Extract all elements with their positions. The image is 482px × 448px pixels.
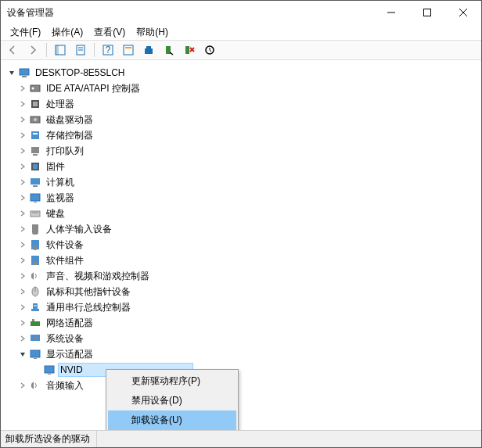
tree-item-label: 网络适配器 — [45, 316, 95, 331]
chevron-right-icon[interactable] — [18, 146, 27, 156]
chevron-right-icon[interactable] — [18, 224, 27, 234]
properties-button[interactable] — [72, 41, 89, 59]
svg-rect-43 — [33, 262, 38, 265]
chevron-down-icon[interactable] — [7, 68, 16, 77]
svg-rect-27 — [33, 133, 38, 134]
chevron-right-icon[interactable] — [18, 318, 27, 328]
tree-item[interactable]: 存储控制器 — [18, 127, 481, 143]
chevron-right-icon[interactable] — [18, 177, 27, 187]
chevron-right-icon[interactable] — [18, 334, 27, 343]
svg-rect-11 — [124, 45, 133, 55]
device-category-icon — [29, 160, 41, 173]
show-hide-tree-button[interactable] — [52, 41, 69, 59]
tree-item[interactable]: 声音、视频和游戏控制器 — [18, 268, 481, 284]
back-button[interactable] — [4, 41, 21, 59]
menu-file[interactable]: 文件(F) — [10, 26, 41, 39]
svg-rect-52 — [45, 366, 54, 373]
tree-item[interactable]: 人体学输入设备 — [18, 221, 481, 237]
chevron-right-icon[interactable] — [18, 240, 27, 249]
chevron-right-icon[interactable] — [18, 256, 27, 265]
device-category-icon — [29, 254, 41, 267]
tree-item[interactable]: 打印队列 — [18, 143, 481, 159]
chevron-right-icon[interactable] — [18, 193, 27, 202]
tree-item[interactable]: 系统设备 — [18, 331, 481, 346]
tree-item-label: 鼠标和其他指针设备 — [45, 285, 132, 299]
tree-item-label: 软件组件 — [45, 253, 85, 268]
update-driver-button[interactable] — [140, 41, 157, 59]
chevron-right-icon[interactable] — [18, 99, 27, 109]
tree-item[interactable]: 软件组件 — [18, 253, 481, 268]
chevron-right-icon[interactable] — [18, 381, 27, 390]
ctx-disable-device[interactable]: 禁用设备(D) — [108, 391, 236, 410]
tree-item-display-adapters[interactable]: 显示适配器 — [18, 346, 481, 362]
tree-item-label: 键盘 — [45, 206, 67, 221]
device-category-icon — [29, 82, 41, 95]
svg-rect-46 — [31, 321, 40, 326]
disable-device-button[interactable] — [160, 41, 178, 59]
context-menu: 更新驱动程序(P) 禁用设备(D) 卸载设备(U) 扫描检测硬件改动(A) — [106, 369, 239, 430]
svg-rect-13 — [145, 48, 153, 54]
device-category-icon — [29, 301, 41, 314]
tree-item[interactable]: 磁盘驱动器 — [18, 112, 481, 127]
tree-item-label: 计算机 — [45, 175, 76, 190]
svg-rect-53 — [48, 374, 51, 375]
tree-item-label: 磁盘驱动器 — [45, 113, 95, 127]
tree-item[interactable]: 监视器 — [18, 190, 481, 206]
maximize-button[interactable] — [409, 1, 445, 24]
tree-item[interactable]: IDE ATA/ATAPI 控制器 — [18, 81, 481, 96]
device-category-icon — [29, 270, 41, 282]
tree-item-audio[interactable]: 音频输入 — [18, 378, 481, 393]
uninstall-device-button[interactable] — [181, 41, 198, 59]
chevron-right-icon[interactable] — [18, 131, 27, 140]
tree-root[interactable]: DESKTOP-8E5SLCH — [4, 65, 481, 81]
chevron-right-icon[interactable] — [18, 209, 27, 218]
svg-rect-28 — [31, 147, 39, 153]
chevron-right-icon[interactable] — [18, 287, 27, 296]
tree-item-nvidia[interactable]: NVID — [32, 362, 481, 378]
tree-item-label: 显示适配器 — [45, 347, 95, 362]
chevron-right-icon[interactable] — [18, 84, 27, 93]
svg-rect-51 — [34, 358, 37, 359]
menu-action[interactable]: 操作(A) — [52, 26, 83, 39]
display-adapter-icon — [43, 364, 56, 376]
chevron-down-icon[interactable] — [18, 349, 27, 359]
svg-rect-29 — [33, 154, 38, 156]
device-category-icon — [29, 285, 41, 298]
toolbar-separator — [94, 43, 95, 57]
tree-item[interactable]: 通用串行总线控制器 — [18, 299, 481, 315]
tree-item[interactable]: 软件设备 — [18, 237, 481, 253]
tree-item[interactable]: 处理器 — [18, 96, 481, 112]
tree-item[interactable]: 固件 — [18, 159, 481, 174]
chevron-right-icon[interactable] — [18, 303, 27, 312]
scan-hardware-button[interactable] — [201, 41, 218, 59]
device-tree[interactable]: DESKTOP-8E5SLCH IDE ATA/ATAPI 控制器处理器磁盘驱动… — [1, 60, 481, 430]
help-button[interactable]: ? — [99, 41, 117, 59]
minimize-button[interactable] — [373, 1, 409, 24]
chevron-right-icon[interactable] — [18, 271, 27, 281]
ctx-update-driver[interactable]: 更新驱动程序(P) — [108, 371, 236, 391]
svg-rect-36 — [31, 211, 40, 217]
tree-item-label: 人体学输入设备 — [45, 222, 113, 237]
device-category-icon — [29, 238, 41, 251]
tree-item-label: 存储控制器 — [45, 128, 95, 143]
chevron-right-icon[interactable] — [18, 162, 27, 171]
tree-item-label: IDE ATA/ATAPI 控制器 — [45, 81, 142, 96]
svg-point-25 — [34, 118, 37, 121]
forward-button[interactable] — [24, 41, 41, 59]
close-button[interactable] — [445, 1, 481, 24]
ctx-uninstall-device[interactable]: 卸载设备(U) — [108, 410, 236, 430]
tree-item[interactable]: 鼠标和其他指针设备 — [18, 284, 481, 299]
menu-help[interactable]: 帮助(H) — [136, 26, 168, 39]
tree-item-label: 音频输入 — [45, 378, 85, 393]
tree-item-label: 处理器 — [45, 97, 76, 112]
device-category-icon — [29, 223, 41, 235]
svg-point-41 — [33, 246, 38, 250]
action-button[interactable] — [120, 41, 137, 59]
device-category-icon — [29, 145, 41, 157]
chevron-right-icon[interactable] — [18, 115, 27, 124]
device-category-icon — [29, 98, 41, 110]
tree-item[interactable]: 网络适配器 — [18, 315, 481, 331]
tree-item[interactable]: 键盘 — [18, 206, 481, 221]
tree-item[interactable]: 计算机 — [18, 174, 481, 190]
menu-view[interactable]: 查看(V) — [94, 26, 125, 39]
